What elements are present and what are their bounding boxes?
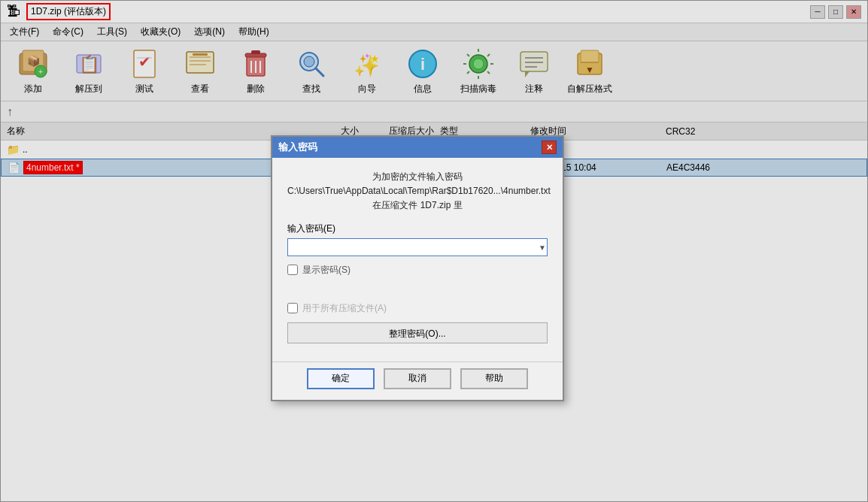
show-password-row: 显示密码(S) xyxy=(287,264,548,277)
show-password-checkbox[interactable] xyxy=(287,265,298,275)
dialog-footer: 确定 取消 帮助 xyxy=(272,361,563,400)
dialog-body: 为加密的文件输入密码 C:\Users\True\AppData\Local\T… xyxy=(272,158,563,358)
show-password-label: 显示密码(S) xyxy=(302,264,351,277)
apply-all-row: 用于所有压缩文件(A) xyxy=(287,302,548,315)
apply-all-checkbox[interactable] xyxy=(287,303,298,313)
dialog-info-line3: 在压缩文件 1D7.zip 里 xyxy=(287,198,548,213)
organize-passwords-button[interactable]: 整理密码(O)... xyxy=(287,322,548,343)
password-label: 输入密码(E) xyxy=(287,222,548,235)
password-input-row: ▼ xyxy=(287,238,548,256)
dialog-info-line1: 为加密的文件输入密码 xyxy=(287,170,548,184)
password-dialog: 输入密码 ✕ 为加密的文件输入密码 C:\Users\True\AppData\… xyxy=(271,135,564,401)
help-button[interactable]: 帮助 xyxy=(460,368,528,389)
dialog-title-bar: 输入密码 ✕ xyxy=(272,137,563,158)
password-input[interactable] xyxy=(287,238,548,256)
dialog-info: 为加密的文件输入密码 C:\Users\True\AppData\Local\T… xyxy=(287,170,548,213)
apply-all-label: 用于所有压缩文件(A) xyxy=(302,302,387,315)
dialog-info-line2: C:\Users\True\AppData\Local\Temp\Rar$D1b… xyxy=(287,184,548,198)
dialog-close-button[interactable]: ✕ xyxy=(542,141,557,154)
dialog-title: 输入密码 xyxy=(278,141,317,154)
password-input-wrapper: ▼ xyxy=(287,238,548,256)
cancel-button[interactable]: 取消 xyxy=(384,368,451,389)
ok-button[interactable]: 确定 xyxy=(307,368,375,389)
